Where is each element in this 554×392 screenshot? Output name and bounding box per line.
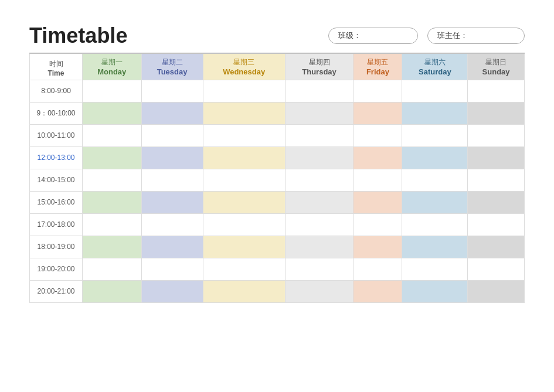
timetable-cell-mon[interactable] [83, 236, 142, 258]
timetable-cell-mon[interactable] [83, 214, 142, 236]
timetable-cell-thu[interactable] [285, 80, 354, 103]
timetable-cell-sun[interactable] [468, 169, 525, 192]
timetable-cell-sun[interactable] [468, 147, 525, 169]
time-cell: 19:00-20:00 [30, 258, 83, 281]
timetable-cell-fri[interactable] [354, 169, 402, 192]
timetable-cell-mon[interactable] [83, 281, 142, 303]
timetable-cell-tue[interactable] [141, 80, 203, 103]
col-header-monday: 星期一 Monday [83, 54, 142, 80]
timetable-cell-fri[interactable] [354, 125, 402, 147]
timetable-cell-mon[interactable] [83, 192, 142, 214]
class-input[interactable] [361, 32, 408, 40]
timetable-cell-thu[interactable] [285, 214, 354, 236]
timetable-cell-mon[interactable] [83, 147, 142, 169]
timetable-cell-thu[interactable] [285, 147, 354, 169]
timetable-cell-sun[interactable] [468, 281, 525, 303]
timetable-cell-fri[interactable] [354, 147, 402, 169]
time-cell: 20:00-21:00 [30, 281, 83, 303]
timetable-cell-tue[interactable] [141, 236, 203, 258]
timetable-cell-mon[interactable] [83, 103, 142, 125]
time-cell: 15:00-16:00 [30, 192, 83, 214]
timetable-cell-fri[interactable] [354, 214, 402, 236]
class-input-group[interactable]: 班级： [328, 28, 418, 44]
timetable: 时间 Time 星期一 Monday 星期二 Tuesday 星期三 Wedne… [29, 53, 525, 303]
timetable-cell-tue[interactable] [141, 258, 203, 281]
timetable-cell-wed[interactable] [203, 192, 285, 214]
timetable-cell-sun[interactable] [468, 103, 525, 125]
table-header-row: 时间 Time 星期一 Monday 星期二 Tuesday 星期三 Wedne… [30, 54, 525, 80]
time-cell: 14:00-15:00 [30, 169, 83, 192]
timetable-cell-fri[interactable] [354, 192, 402, 214]
timetable-cell-wed[interactable] [203, 236, 285, 258]
timetable-cell-sun[interactable] [468, 214, 525, 236]
timetable-cell-mon[interactable] [83, 169, 142, 192]
timetable-cell-sat[interactable] [402, 80, 468, 103]
timetable-cell-sun[interactable] [468, 258, 525, 281]
timetable-cell-tue[interactable] [141, 214, 203, 236]
timetable-cell-fri[interactable] [354, 103, 402, 125]
page-header: Timetable 班级： 班主任： [29, 23, 525, 48]
timetable-cell-tue[interactable] [141, 281, 203, 303]
timetable-cell-thu[interactable] [285, 258, 354, 281]
timetable-cell-wed[interactable] [203, 80, 285, 103]
teacher-input-group[interactable]: 班主任： [427, 28, 525, 44]
time-cn-label: 时间 [32, 59, 80, 69]
timetable-cell-sat[interactable] [402, 214, 468, 236]
timetable-cell-tue[interactable] [141, 147, 203, 169]
timetable-cell-tue[interactable] [141, 125, 203, 147]
table-row: 9：00-10:00 [30, 103, 525, 125]
timetable-cell-mon[interactable] [83, 125, 142, 147]
timetable-cell-fri[interactable] [354, 80, 402, 103]
time-cell: 17:00-18:00 [30, 214, 83, 236]
timetable-cell-sat[interactable] [402, 169, 468, 192]
table-row: 15:00-16:00 [30, 192, 525, 214]
timetable-cell-fri[interactable] [354, 281, 402, 303]
time-en-label: Time [32, 69, 80, 77]
timetable-cell-thu[interactable] [285, 103, 354, 125]
table-row: 10:00-11:00 [30, 125, 525, 147]
timetable-cell-sat[interactable] [402, 258, 468, 281]
timetable-cell-wed[interactable] [203, 214, 285, 236]
teacher-input[interactable] [468, 32, 515, 40]
timetable-cell-thu[interactable] [285, 281, 354, 303]
time-cell: 9：00-10:00 [30, 103, 83, 125]
timetable-cell-wed[interactable] [203, 125, 285, 147]
timetable-cell-sat[interactable] [402, 125, 468, 147]
timetable-cell-tue[interactable] [141, 103, 203, 125]
timetable-cell-sun[interactable] [468, 236, 525, 258]
timetable-cell-wed[interactable] [203, 103, 285, 125]
timetable-cell-thu[interactable] [285, 236, 354, 258]
header-inputs: 班级： 班主任： [328, 28, 525, 44]
teacher-label: 班主任： [437, 30, 468, 41]
table-row: 14:00-15:00 [30, 169, 525, 192]
timetable-cell-wed[interactable] [203, 281, 285, 303]
col-header-friday: 星期五 Friday [354, 54, 402, 80]
timetable-cell-sat[interactable] [402, 147, 468, 169]
timetable-cell-tue[interactable] [141, 192, 203, 214]
timetable-cell-fri[interactable] [354, 236, 402, 258]
timetable-cell-thu[interactable] [285, 169, 354, 192]
timetable-cell-mon[interactable] [83, 80, 142, 103]
timetable-cell-mon[interactable] [83, 258, 142, 281]
table-row: 19:00-20:00 [30, 258, 525, 281]
timetable-cell-sun[interactable] [468, 80, 525, 103]
class-label: 班级： [338, 30, 361, 41]
timetable-cell-thu[interactable] [285, 192, 354, 214]
timetable-cell-sat[interactable] [402, 192, 468, 214]
timetable-cell-sat[interactable] [402, 236, 468, 258]
time-column-header: 时间 Time [30, 54, 83, 80]
timetable-cell-sun[interactable] [468, 192, 525, 214]
table-row: 12:00-13:00 [30, 147, 525, 169]
col-header-thursday: 星期四 Thursday [285, 54, 354, 80]
timetable-cell-tue[interactable] [141, 169, 203, 192]
timetable-cell-sat[interactable] [402, 281, 468, 303]
timetable-cell-sat[interactable] [402, 103, 468, 125]
timetable-cell-thu[interactable] [285, 125, 354, 147]
timetable-cell-wed[interactable] [203, 258, 285, 281]
time-cell: 18:00-19:00 [30, 236, 83, 258]
timetable-cell-fri[interactable] [354, 258, 402, 281]
timetable-cell-sun[interactable] [468, 125, 525, 147]
timetable-cell-wed[interactable] [203, 169, 285, 192]
timetable-cell-wed[interactable] [203, 147, 285, 169]
time-cell: 12:00-13:00 [30, 147, 83, 169]
